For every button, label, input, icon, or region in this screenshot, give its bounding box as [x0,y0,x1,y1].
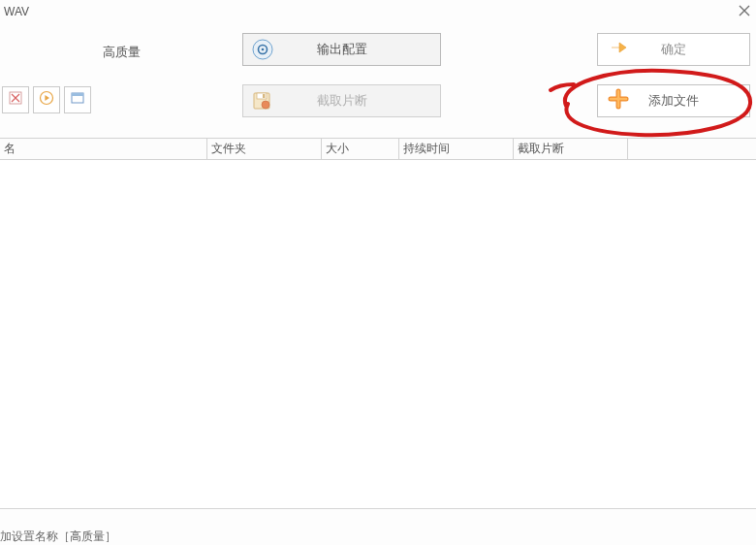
mini-toolbar [0,86,242,113]
confirm-label: 确定 [661,41,686,58]
close-icon[interactable] [739,5,750,18]
plus-icon [608,88,629,112]
add-file-button[interactable]: 添加文件 [597,84,750,117]
remove-button[interactable] [2,86,29,113]
play-button[interactable] [33,86,60,113]
confirm-button[interactable]: 确定 [597,33,750,66]
output-config-button[interactable]: 输出配置 [242,33,441,66]
window-icon [70,90,85,109]
quality-label: 高质量 [0,38,242,61]
remove-icon [8,90,23,109]
arrow-right-icon [608,37,629,61]
output-config-label: 输出配置 [317,41,367,58]
svg-rect-9 [263,94,266,98]
statusbar: 加设置名称［高质量］ [0,529,116,545]
window-button[interactable] [64,86,91,113]
col-size[interactable]: 大小 [322,139,399,159]
table-body [0,160,756,509]
svg-rect-6 [72,93,83,96]
col-folder[interactable]: 文件夹 [207,139,322,159]
col-duration[interactable]: 持续时间 [399,139,514,159]
save-icon [251,90,272,112]
toolbar-row-1: 高质量 输出配置 确定 [0,23,756,75]
titlebar: WAV [0,0,756,23]
col-clip[interactable]: 截取片断 [514,139,628,159]
gear-icon [251,38,274,61]
file-table: 名 文件夹 大小 持续时间 截取片断 [0,138,756,509]
toolbar-row-2: 截取片断 添加文件 [0,75,756,126]
clip-label: 截取片断 [317,92,367,110]
svg-point-2 [262,48,265,50]
svg-point-10 [262,101,269,109]
statusbar-text: 加设置名称［高质量］ [0,529,116,545]
col-name[interactable]: 名 [0,139,207,159]
clip-button[interactable]: 截取片断 [242,84,441,117]
window-title: WAV [4,5,29,18]
col-extra[interactable] [628,139,756,159]
play-icon [39,90,54,109]
table-header: 名 文件夹 大小 持续时间 截取片断 [0,139,756,160]
add-file-label: 添加文件 [648,92,699,110]
